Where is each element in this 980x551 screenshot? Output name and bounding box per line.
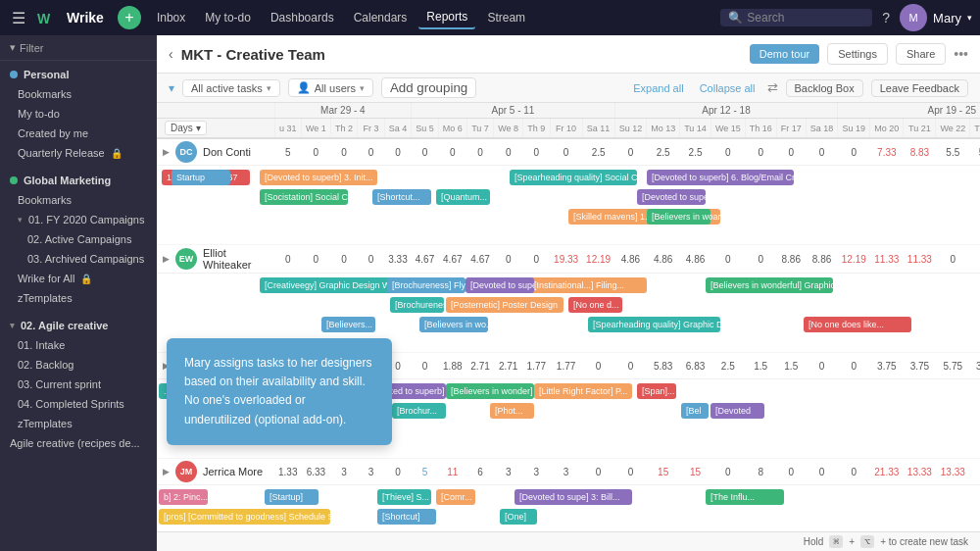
sidebar-item-intake[interactable]: 01. Intake bbox=[0, 335, 157, 355]
bar-item[interactable]: Startup bbox=[172, 170, 230, 185]
bar-item[interactable]: [Believers in wonder] bbox=[446, 383, 534, 399]
backlog-box-button[interactable]: Backlog Box bbox=[786, 79, 863, 97]
sidebar-item-backlog[interactable]: 02. Backlog bbox=[0, 355, 157, 375]
bar-item[interactable]: [Bel bbox=[681, 403, 709, 419]
sidebar-personal-header[interactable]: Personal bbox=[0, 65, 157, 84]
report-title: MKT - Creative Team bbox=[181, 46, 742, 63]
bar-item[interactable]: [Believers... bbox=[321, 317, 375, 332]
expand-all-button[interactable]: Expand all bbox=[629, 80, 687, 96]
bar-item[interactable]: [Instinational...] Filing... bbox=[529, 277, 647, 293]
calendars-nav-item[interactable]: Calendars bbox=[346, 7, 416, 28]
my-todo-nav-item[interactable]: My to-do bbox=[197, 7, 259, 28]
sidebar-item-wrike-for-all[interactable]: Wrike for All 🔒 bbox=[0, 269, 157, 288]
bar-item[interactable]: b] 2: Pinc... bbox=[159, 489, 208, 505]
bar-item[interactable]: [Spearheading quality] Graphic Design Wo… bbox=[588, 317, 720, 332]
jerrica-bars-row: b] 2: Pinc... [Startup] [Thieve] S... [C… bbox=[157, 485, 980, 532]
bar-item[interactable]: [One] bbox=[500, 509, 537, 525]
jm-num11: 3 bbox=[550, 459, 582, 485]
sidebar-item-active-campaigns[interactable]: 02. Active Campaigns bbox=[0, 229, 157, 249]
ew-num18: 8.86 bbox=[776, 245, 806, 274]
bar-item[interactable]: [Comr... bbox=[436, 489, 475, 505]
sidebar-item-bookmarks-gm[interactable]: Bookmarks bbox=[0, 190, 157, 210]
bar-item[interactable]: [Devoted to supe] 3: Bill... bbox=[514, 489, 632, 505]
settings-button[interactable]: Settings bbox=[827, 43, 888, 65]
sidebar-item-ztemplates-gm[interactable]: zTemplates bbox=[0, 288, 157, 308]
ew-num22: 11.33 bbox=[904, 245, 936, 274]
all-users-dropdown[interactable]: 👤 All users ▾ bbox=[288, 78, 373, 97]
inbox-nav-item[interactable]: Inbox bbox=[149, 7, 193, 28]
bar-item[interactable]: [Brochureness] Flyer/... bbox=[387, 277, 466, 293]
don-conti-chevron[interactable]: ▶ bbox=[163, 147, 170, 157]
sidebar-item-archived-campaigns[interactable]: 03. Archived Campaigns bbox=[0, 249, 157, 269]
bar-item[interactable]: [Thieve] S... bbox=[377, 489, 431, 505]
bar-item[interactable]: [Devoted to superb] billing bbox=[466, 277, 534, 293]
bar-item[interactable]: [Little Right Factor] P... bbox=[534, 383, 632, 399]
add-grouping-label: Add grouping bbox=[390, 80, 467, 95]
sidebar-item-current-sprint[interactable]: 03. Current sprint bbox=[0, 375, 157, 394]
sidebar-agile-creative-header[interactable]: ▾ 02. Agile creative bbox=[0, 316, 157, 335]
add-task-button[interactable]: + bbox=[118, 6, 141, 29]
bar-item[interactable]: [Devoted to superb] 3. Init... bbox=[260, 170, 377, 185]
bar-item[interactable]: [Quantum... bbox=[436, 189, 490, 205]
bar-item[interactable]: [Believers in wonderful] Graphic De... bbox=[706, 277, 833, 293]
demo-tour-button[interactable]: Demo tour bbox=[750, 44, 819, 64]
bar-item[interactable]: [Phot... bbox=[490, 403, 534, 419]
more-options-button[interactable]: ••• bbox=[954, 46, 968, 62]
user-menu-button[interactable]: M Mary ▾ bbox=[900, 4, 972, 31]
bar-item[interactable]: [No one d... bbox=[568, 297, 622, 313]
bar-item[interactable]: [Devoted bbox=[710, 403, 764, 419]
search-input[interactable] bbox=[747, 11, 864, 25]
bar-item[interactable]: [Posternetic] Poster Design bbox=[446, 297, 564, 313]
all-active-tasks-dropdown[interactable]: All active tasks ▾ bbox=[182, 79, 280, 97]
bar-item[interactable]: [The Influ... bbox=[706, 489, 784, 505]
sidebar-item-ztemplates-agile[interactable]: zTemplates bbox=[0, 414, 157, 433]
leave-feedback-button[interactable]: Leave Feedback bbox=[871, 79, 968, 97]
bar-item[interactable]: [Devoted to superb] 6. Blog/Email Creati… bbox=[647, 170, 794, 185]
sidebar-item-fy2020-campaigns[interactable]: ▾ 01. FY 2020 Campaigns bbox=[0, 210, 157, 229]
days-badge[interactable]: Days ▾ bbox=[165, 121, 207, 135]
sidebar-filter-bar[interactable]: ▾ Filter bbox=[0, 35, 157, 61]
sidebar-item-completed-sprints[interactable]: 04. Completed Sprints bbox=[0, 394, 157, 414]
sidebar-item-bookmarks-personal[interactable]: Bookmarks bbox=[0, 84, 157, 104]
ztemplates-gm-label: zTemplates bbox=[18, 292, 73, 304]
bar-item[interactable]: [Spearheading quality] Social Co... bbox=[510, 170, 637, 185]
dashboards-nav-item[interactable]: Dashboards bbox=[263, 7, 342, 28]
sidebar-item-my-todo[interactable]: My to-do bbox=[0, 104, 157, 124]
jm-num17: 8 bbox=[745, 459, 776, 485]
table-row: ▶ EW Elliot Whiteaker 0 0 0 0 3.33 4.67 … bbox=[157, 245, 980, 274]
bar-item[interactable]: [Span]... bbox=[637, 383, 676, 399]
sidebar-item-quarterly-release[interactable]: Quarterly Release 🔒 bbox=[0, 143, 157, 163]
collapse-all-button[interactable]: Collapse all bbox=[696, 80, 760, 96]
help-button[interactable]: ? bbox=[876, 8, 896, 27]
bar-item[interactable]: [Brochur... bbox=[392, 403, 446, 419]
bar-item[interactable]: [Believers in wonder... bbox=[647, 209, 710, 225]
bar-item[interactable]: [No one does like... bbox=[804, 317, 911, 332]
add-grouping-button[interactable]: Add grouping bbox=[381, 77, 476, 98]
bar-item[interactable]: [Creativeegy] Graphic Design Work bbox=[260, 277, 397, 293]
elliot-chevron[interactable]: ▶ bbox=[163, 254, 170, 264]
bar-item[interactable]: [Shortcut... bbox=[372, 189, 431, 205]
bar-item[interactable]: [Brochureness] bbox=[390, 297, 444, 313]
week-mar29: Mar 29 - 4 bbox=[274, 103, 412, 119]
sidebar-item-agile-recipes[interactable]: Agile creative (recipes de... bbox=[0, 433, 157, 453]
footer-hold-text: Hold bbox=[804, 536, 824, 547]
stream-nav-item[interactable]: Stream bbox=[479, 7, 533, 28]
sync-button[interactable]: ⇄ bbox=[767, 80, 778, 95]
bar-item[interactable]: [pros] [Committed to goodness] Schedule … bbox=[159, 509, 330, 525]
bar-item[interactable]: [Believers in wo... bbox=[419, 317, 488, 332]
reports-nav-item[interactable]: Reports bbox=[418, 6, 475, 29]
gantt-area[interactable]: Mary assigns tasks to her designers base… bbox=[157, 103, 980, 531]
users-arrow: ▾ bbox=[360, 83, 365, 93]
share-button[interactable]: Share bbox=[896, 43, 946, 65]
bar-item[interactable]: [Startup] bbox=[265, 489, 318, 505]
jm-num12: 0 bbox=[582, 459, 614, 485]
bar-item[interactable]: [Shortcut] bbox=[377, 509, 436, 525]
sidebar-global-marketing-header[interactable]: Global Marketing bbox=[0, 171, 157, 190]
back-button[interactable]: ‹ bbox=[169, 46, 173, 62]
bar-item[interactable]: [Devoted to superb] S... bbox=[637, 189, 706, 205]
bar-item[interactable]: [Socistation] Social Co... bbox=[260, 189, 348, 205]
jm-num8: 6 bbox=[466, 459, 493, 485]
menu-icon-button[interactable]: ☰ bbox=[8, 9, 29, 27]
sidebar-item-created-by-me[interactable]: Created by me bbox=[0, 124, 157, 143]
jerrica-chevron[interactable]: ▶ bbox=[163, 467, 170, 476]
